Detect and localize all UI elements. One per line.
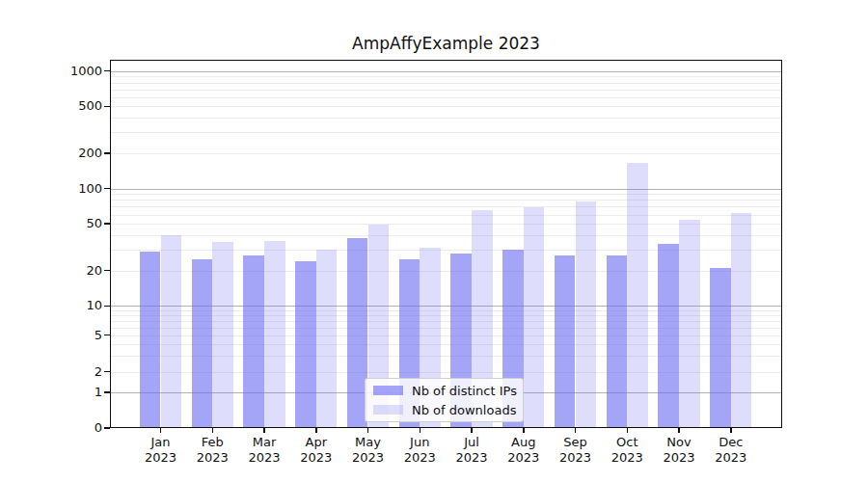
legend-label: Nb of downloads [412,403,516,417]
y-gridline-major [110,71,782,72]
x-axis-tick [420,428,421,433]
x-axis-tick [523,428,525,433]
bar-downloads [679,220,700,428]
bar-distinct-ips [710,268,731,428]
y-gridline-minor [110,215,782,216]
x-axis-tick [627,428,629,433]
bar-downloads [212,242,233,428]
y-gridline-minor [110,194,782,195]
x-axis-tick [678,428,680,433]
y-axis-tick-label: 200 [35,146,102,161]
y-gridline-minor [110,90,782,91]
bar-downloads [161,235,182,428]
y-axis-tick [104,335,110,336]
x-axis-tick [575,428,577,433]
y-axis-tick-label: 1 [35,385,102,400]
x-axis-tick [471,428,473,433]
legend-swatch-downloads [373,405,403,415]
bar-downloads [524,207,545,428]
y-axis-tick [104,223,110,225]
x-axis-tick [263,428,265,433]
y-axis-tick-label: 100 [35,181,102,197]
y-axis-tick [104,188,110,190]
bar-distinct-ips [658,244,679,428]
y-axis-tick [104,70,110,72]
y-gridline-minor [110,153,782,154]
y-axis-tick-label: 2 [35,364,102,380]
plot-area [110,60,782,428]
y-axis-tick-label: 0 [35,420,102,436]
bar-distinct-ips [243,255,264,428]
y-axis-tick [104,306,110,308]
bar-downloads [316,250,338,428]
y-axis-tick-label: 1000 [35,64,102,79]
y-axis-tick-label: 5 [35,328,102,343]
y-axis-tick [104,152,110,154]
y-gridline-minor [110,200,782,201]
y-gridline-minor [110,106,782,107]
legend-item-downloads: Nb of downloads [373,403,515,417]
bar-downloads [627,163,648,428]
x-axis-tick-label: Dec2023 [700,435,762,466]
y-axis-tick-label: 20 [35,263,102,279]
y-axis-tick-label: 10 [35,298,102,313]
legend-label: Nb of distinct IPs [412,384,517,398]
y-axis-tick [104,371,110,373]
legend-item-distinct-ips: Nb of distinct IPs [373,384,515,398]
y-gridline-minor [110,118,782,119]
y-gridline-minor [110,83,782,84]
x-axis-tick [212,428,214,433]
figure: AmpAffyExample 2023 10005002001005020105… [0,0,868,482]
y-axis-tick-label: 500 [35,98,102,114]
chart-title: AmpAffyExample 2023 [110,34,782,53]
y-gridline-major [110,189,782,190]
legend-swatch-distinct-ips [373,386,403,395]
bar-distinct-ips [555,255,576,428]
bar-distinct-ips [192,259,213,428]
bar-distinct-ips [607,255,628,428]
y-axis-tick [104,106,110,108]
y-gridline-minor [110,97,782,98]
y-axis-tick [104,270,110,272]
bar-distinct-ips [140,252,161,428]
x-axis-tick [315,428,317,433]
x-axis-tick [730,428,732,433]
y-axis-tick [104,391,110,393]
bar-distinct-ips [295,261,316,428]
bar-downloads [264,241,285,428]
legend: Nb of distinct IPs Nb of downloads [365,378,524,422]
y-axis-tick [104,427,110,429]
y-axis-tick-label: 50 [35,216,102,231]
x-axis-tick [160,428,162,433]
bar-downloads [731,213,752,428]
bar-downloads [576,201,597,428]
y-gridline-minor [110,206,782,207]
y-gridline-minor [110,132,782,133]
y-gridline-minor [110,76,782,77]
x-axis-tick [367,428,369,433]
